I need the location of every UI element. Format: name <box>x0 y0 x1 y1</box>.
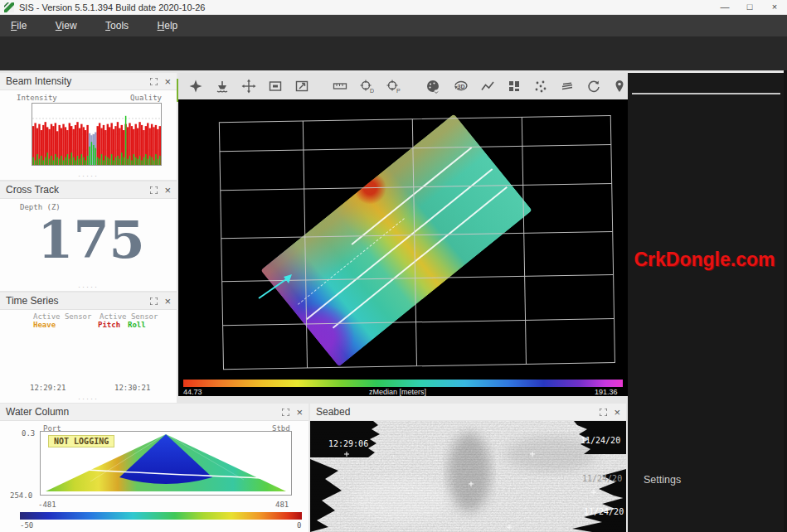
menu-tools[interactable]: Tools <box>95 15 143 36</box>
points-icon[interactable] <box>532 78 548 94</box>
panel-water-column: Water Column × Port Stbd 0.3 254.0 -481 … <box>0 404 308 532</box>
panel-title: Seabed <box>316 406 350 418</box>
svg-text:D: D <box>370 88 374 94</box>
refresh-icon[interactable] <box>585 78 601 94</box>
axis-label: Quality <box>130 94 162 102</box>
sensor-header: Active Sensor <box>100 312 158 321</box>
minimize-button[interactable]: — <box>712 0 737 15</box>
depth-top-tick: 0.3 <box>22 429 35 438</box>
panel-title: Time Series <box>6 295 59 307</box>
water-column-colorbar <box>20 512 302 520</box>
seabed-date: 11/24/20 <box>581 436 620 445</box>
panel-title: Cross Track <box>6 184 59 196</box>
cbar-min-tick: -50 <box>20 521 33 530</box>
svg-text:3D: 3D <box>458 84 465 89</box>
north-marker-icon[interactable] <box>188 78 204 94</box>
map-grid <box>178 99 628 396</box>
settings-button[interactable]: Settings <box>632 469 780 491</box>
panel-title: Beam Intensity <box>6 75 71 87</box>
close-button[interactable]: × <box>762 0 787 15</box>
legend-heave: Heave <box>33 321 56 329</box>
vessel-icon[interactable] <box>215 78 231 94</box>
menu-file[interactable]: File <box>0 15 41 36</box>
palette-icon[interactable] <box>425 78 441 94</box>
seabed-display[interactable]: 12:29:06 11/24/20 11/24/20 11/24/20 <box>310 421 626 532</box>
geographical-map[interactable]: 44.73 zMedian [meters] 191.36 <box>178 99 628 396</box>
right-edge-strip <box>784 70 787 532</box>
cbar-label: zMedian [meters] <box>369 388 426 396</box>
time-series-chart <box>33 330 154 381</box>
resize-view-icon[interactable] <box>294 78 310 94</box>
map-toolbar: D P 3D <box>178 73 628 99</box>
close-icon[interactable]: × <box>164 296 171 307</box>
close-icon[interactable]: × <box>614 407 620 418</box>
expand-icon[interactable] <box>150 186 158 194</box>
blocks-icon[interactable] <box>506 78 522 94</box>
legend-roll: Roll <box>128 321 146 329</box>
target-d-icon[interactable]: D <box>359 78 375 94</box>
legend-pitch: Pitch <box>98 321 120 329</box>
app-logo-icon <box>4 2 14 12</box>
polyline-icon[interactable] <box>479 78 495 94</box>
contours-icon[interactable] <box>559 78 575 94</box>
expand-icon[interactable] <box>150 78 158 85</box>
sis-application-window: SIS - Version 5.5.1.394 Build date 2020-… <box>0 0 787 532</box>
panel-time-series: Time Series × Active Sensor Active Senso… <box>0 293 177 403</box>
pin-icon[interactable] <box>612 78 628 94</box>
target-p-icon[interactable]: P <box>385 78 401 94</box>
pan-icon[interactable] <box>241 78 257 94</box>
maximize-button[interactable]: □ <box>737 0 762 15</box>
x-max-tick: 481 <box>275 501 289 509</box>
menu-view[interactable]: View <box>45 15 91 36</box>
close-icon[interactable]: × <box>296 407 303 418</box>
menu-help[interactable]: Help <box>147 15 192 36</box>
panel-numerical-display: Settings <box>628 73 784 532</box>
sensor-header: Active Sensor <box>33 312 91 321</box>
cbar-max-tick: 0 <box>297 521 301 530</box>
watermark-text: CrkDongle.com <box>622 249 787 271</box>
panel-seabed: Seabed × <box>310 404 626 532</box>
not-logging-badge: NOT LOGGING <box>48 435 114 447</box>
axis-label: Intensity <box>17 94 57 102</box>
x-end-tick: 12:30:21 <box>114 384 150 392</box>
frame-icon[interactable] <box>268 78 284 94</box>
ruler-icon[interactable] <box>333 78 348 94</box>
scanline-overlay <box>310 421 626 532</box>
rotate-3d-icon[interactable]: 3D <box>452 78 469 94</box>
window-title: SIS - Version 5.5.1.394 Build date 2020-… <box>19 0 205 15</box>
seabed-date: 11/24/20 <box>582 474 622 483</box>
cbar-max: 191.36 <box>595 388 618 396</box>
depth-bottom-tick: 254.0 <box>10 491 32 500</box>
beam-intensity-chart <box>32 103 162 166</box>
depth-readout: 175 <box>33 210 149 270</box>
expand-icon[interactable] <box>150 297 158 305</box>
close-icon[interactable]: × <box>164 76 171 87</box>
svg-text:P: P <box>396 88 401 94</box>
zmedian-colorbar <box>183 380 623 387</box>
cbar-min: 44.73 <box>183 388 202 396</box>
expand-icon[interactable] <box>282 409 289 416</box>
menu-bar: File View Tools Help <box>0 15 787 36</box>
main-toolbar: ♔ SIS 2020-11-24 12:32:11Z EM304_84 ▼ Li… <box>0 36 787 70</box>
seabed-date: 11/24/20 <box>584 507 624 516</box>
panel-beam-intensity: Beam Intensity × Intensity Quality ····· <box>0 73 177 180</box>
seabed-timestamp: 12:29:06 <box>328 439 368 448</box>
panel-cross-track: Cross Track × Depth (Z) 175 ····· <box>0 181 177 291</box>
numerical-table <box>632 93 780 94</box>
x-min-tick: -481 <box>38 501 56 509</box>
title-bar: SIS - Version 5.5.1.394 Build date 2020-… <box>0 0 787 15</box>
expand-icon[interactable] <box>600 409 607 416</box>
panel-title: Water Column <box>6 406 69 418</box>
x-start-tick: 12:29:21 <box>30 384 66 392</box>
close-icon[interactable]: × <box>164 185 171 196</box>
